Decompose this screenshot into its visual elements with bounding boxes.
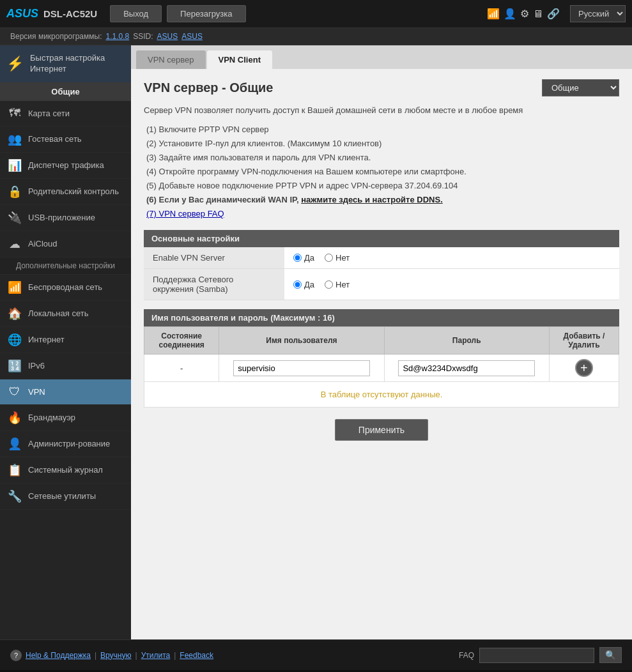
sidebar-item-netutils[interactable]: 🔧 Сетевые утилиты: [0, 484, 131, 510]
sidebar-item-internet[interactable]: 🌐 Интернет: [0, 327, 131, 353]
sidebar-item-label: Беспроводная сеть: [28, 282, 102, 292]
utility-link[interactable]: Утилита: [141, 651, 171, 660]
footer-right: FAQ 🔍: [459, 647, 622, 663]
apply-row: Применить: [144, 419, 619, 441]
network-map-icon: 🗺: [8, 107, 22, 120]
user-table: Состояниесоединения Имя пользователя Пар…: [144, 326, 619, 408]
page-dropdown-select[interactable]: Общие PPTP OpenVPN: [542, 79, 619, 96]
traffic-icon: 📊: [8, 158, 22, 172]
sidebar-item-label: AiCloud: [28, 239, 58, 248]
col-username: Имя пользователя: [219, 327, 384, 355]
faq-label: FAQ: [459, 651, 474, 660]
sidebar-item-label: Диспетчер трафика: [28, 160, 104, 170]
vpn-server-radio-group: Да Нет: [293, 253, 610, 263]
username-input[interactable]: [233, 360, 370, 376]
cell-add-delete: +: [549, 355, 619, 382]
password-input[interactable]: [398, 360, 535, 376]
samba-no-label[interactable]: Нет: [325, 280, 350, 289]
firewall-icon: 🔥: [8, 411, 22, 425]
basic-settings-header: Основные настройки: [144, 230, 619, 247]
ddns-link[interactable]: нажмите здесь и настройте DDNS.: [301, 195, 443, 204]
sidebar-item-parental[interactable]: 🔒 Родительский контроль: [0, 179, 131, 205]
quick-setup-item[interactable]: ⚡ Быстрая настройка Интернет: [0, 45, 131, 82]
samba-no-radio[interactable]: [325, 280, 333, 289]
sidebar-item-firewall[interactable]: 🔥 Брандмауэр: [0, 405, 131, 431]
ssid-label: SSID:: [133, 32, 153, 41]
reboot-button[interactable]: Перезагрузка: [167, 5, 245, 22]
top-buttons: Выход Перезагрузка: [110, 5, 245, 22]
tabs-bar: VPN сервер VPN Client: [131, 45, 632, 69]
faq-search-input[interactable]: [479, 648, 594, 663]
samba-yes-radio[interactable]: [293, 280, 302, 289]
sidebar-item-label: USB-приложение: [28, 213, 95, 222]
sidebar-item-wireless[interactable]: 📶 Беспроводная сеть: [0, 275, 131, 301]
firmware-version[interactable]: 1.1.0.8: [105, 32, 129, 41]
sidebar-item-lan[interactable]: 🏠 Локальная сеть: [0, 301, 131, 327]
instruction-5: (5) Добавьте новое подключение PPTP VPN …: [146, 179, 619, 193]
syslog-icon: 📋: [8, 463, 22, 477]
sidebar-item-ipv6[interactable]: 🔢 IPv6: [0, 353, 131, 379]
help-support-link[interactable]: Help & Поддержка: [26, 651, 91, 660]
ssid2-link[interactable]: ASUS: [181, 32, 203, 41]
sep1: |: [95, 651, 96, 660]
sidebar-item-label: VPN: [28, 387, 45, 397]
sidebar-item-label: Администри-рование: [28, 439, 110, 448]
sidebar-item-label: Карта сети: [28, 109, 70, 118]
vpn-server-yes-radio[interactable]: [293, 254, 302, 262]
guest-network-icon: 👥: [8, 132, 22, 146]
apply-button[interactable]: Применить: [335, 419, 428, 441]
add-button[interactable]: +: [575, 359, 593, 377]
user-icon: 👤: [504, 8, 516, 20]
sidebar-item-admin[interactable]: 👤 Администри-рование: [0, 431, 131, 457]
sidebar-item-guest-network[interactable]: 👥 Гостевая сеть: [0, 126, 131, 153]
faq-link[interactable]: (7) VPN сервер FAQ: [146, 209, 224, 218]
no-data-row: В таблице отсутствуют данные.: [144, 382, 619, 408]
samba-row: Поддержка Сетевого окружения (Samba) Да …: [144, 269, 619, 300]
content-area: VPN сервер VPN Client VPN сервер - Общие…: [131, 45, 632, 639]
sidebar-item-label: Брандмауэр: [28, 413, 75, 422]
language-select[interactable]: Русский English: [570, 5, 626, 22]
vpn-server-yes-label[interactable]: Да: [293, 253, 314, 263]
instructions-list: (1) Включите PPTP VPN сервер (2) Установ…: [144, 123, 619, 222]
tab-vpn-server[interactable]: VPN сервер: [136, 50, 206, 69]
parental-icon: 🔒: [8, 185, 22, 199]
samba-radio-group: Да Нет: [293, 280, 610, 289]
footer-left: ? Help & Поддержка | Вручную | Утилита |…: [10, 650, 213, 661]
no-data-cell: В таблице отсутствуют данные.: [144, 382, 619, 408]
sidebar-item-vpn[interactable]: 🛡 VPN: [0, 379, 131, 405]
col-password: Пароль: [384, 327, 549, 355]
sidebar: ⚡ Быстрая настройка Интернет Общие 🗺 Кар…: [0, 45, 131, 639]
sidebar-item-aicloud[interactable]: ☁ AiCloud: [0, 231, 131, 257]
sidebar-item-traffic[interactable]: 📊 Диспетчер трафика: [0, 153, 131, 179]
page-dropdown[interactable]: Общие PPTP OpenVPN: [542, 79, 619, 96]
sidebar-section-advanced: Дополнительные настройки: [0, 257, 131, 275]
tab-vpn-client[interactable]: VPN Client: [207, 50, 272, 69]
samba-yes-label[interactable]: Да: [293, 280, 314, 289]
aicloud-icon: ☁: [8, 237, 22, 251]
sidebar-item-network-map[interactable]: 🗺 Карта сети: [0, 101, 131, 126]
settings-icon: ⚙: [520, 8, 529, 20]
manual-link[interactable]: Вручную: [100, 651, 131, 660]
netutils-icon: 🔧: [8, 489, 22, 503]
page-header-row: VPN сервер - Общие Общие PPTP OpenVPN: [144, 79, 619, 96]
faq-search-button[interactable]: 🔍: [599, 647, 622, 663]
vpn-server-enable-control: Да Нет: [284, 247, 619, 269]
sidebar-section-general: Общие: [0, 82, 131, 101]
instruction-6: (6) Если у Вас динамический WAN IP, нажм…: [146, 193, 619, 207]
sidebar-item-usb[interactable]: 🔌 USB-приложение: [0, 205, 131, 231]
lan-icon: 🏠: [8, 307, 22, 321]
cell-username: [219, 355, 384, 382]
vpn-server-enable-row: Enable VPN Server Да Нет: [144, 247, 619, 269]
sidebar-item-syslog[interactable]: 📋 Системный журнал: [0, 457, 131, 484]
top-right: 📶 👤 ⚙ 🖥 🔗 Русский English: [487, 5, 626, 22]
logo-area: ASUS DSL-AC52U: [6, 7, 97, 20]
vpn-server-no-radio[interactable]: [325, 254, 333, 262]
feedback-link[interactable]: Feedback: [180, 651, 213, 660]
wifi-icon: 📶: [487, 8, 500, 20]
instruction-4: (4) Откройте программу VPN-подключения н…: [146, 165, 619, 179]
vpn-icon: 🛡: [8, 385, 22, 399]
ssid1-link[interactable]: ASUS: [157, 32, 178, 41]
logout-button[interactable]: Выход: [110, 5, 162, 22]
vpn-server-no-label[interactable]: Нет: [325, 253, 350, 263]
top-icons: 📶 👤 ⚙ 🖥 🔗: [487, 8, 560, 20]
